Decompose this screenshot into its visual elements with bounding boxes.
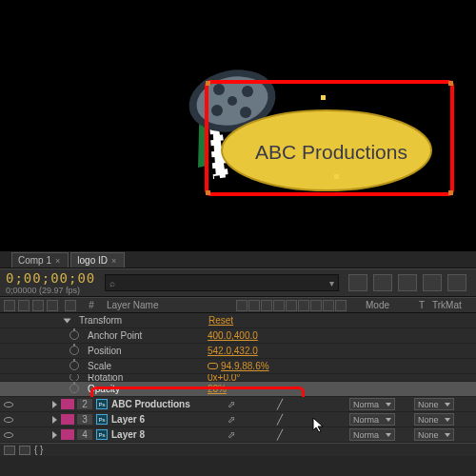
label-color-icon xyxy=(65,300,76,311)
selection-highlight xyxy=(205,80,454,196)
stopwatch-icon[interactable] xyxy=(69,346,79,355)
t-header[interactable]: T xyxy=(415,300,428,310)
timeline-toolbar: 0;00;00;00 0;00000 (29.97 fps) ⌕ ▾ xyxy=(0,268,476,297)
close-icon[interactable]: × xyxy=(55,256,60,266)
trkmat-dropdown[interactable]: None xyxy=(414,428,454,441)
toggle-switches-button[interactable] xyxy=(4,446,15,455)
timeline-tabs: Comp 1× logo ID× xyxy=(0,251,476,268)
prop-rotation[interactable]: Rotation 0x+0.0° xyxy=(0,374,476,382)
timeline-footer: { } xyxy=(0,443,476,456)
motion-blur-button[interactable] xyxy=(423,274,442,291)
photoshop-icon: Ps xyxy=(96,429,108,440)
eye-icon xyxy=(4,300,15,311)
blend-mode-dropdown[interactable]: Norma xyxy=(349,413,395,426)
composition-preview[interactable]: ABC Productions xyxy=(0,0,476,251)
mode-header[interactable]: Mode xyxy=(362,300,415,310)
prop-scale[interactable]: Scale 94.9,88.6% xyxy=(0,359,476,374)
chevron-down-icon: ▾ xyxy=(329,278,334,288)
current-timecode[interactable]: 0;00;00;00 0;00000 (29.97 fps) xyxy=(6,270,95,295)
speaker-icon xyxy=(18,300,30,311)
switches-header xyxy=(236,300,362,311)
chevron-right-icon[interactable] xyxy=(52,416,57,424)
chevron-right-icon[interactable] xyxy=(52,401,57,408)
blend-mode-dropdown[interactable]: Norma xyxy=(349,398,395,410)
comp-settings-button[interactable] xyxy=(348,274,367,291)
photoshop-icon: Ps xyxy=(96,414,108,425)
stopwatch-icon[interactable] xyxy=(69,330,79,340)
lock-icon xyxy=(47,300,58,311)
trkmat-dropdown[interactable]: None xyxy=(414,398,454,410)
layer-name-header[interactable]: Layer Name xyxy=(103,300,236,310)
label-color[interactable] xyxy=(61,414,74,425)
label-color[interactable] xyxy=(61,429,74,440)
eye-icon[interactable] xyxy=(4,417,13,423)
frame-blend-button[interactable] xyxy=(398,274,417,291)
transform-group[interactable]: Transform Reset xyxy=(0,313,476,328)
layer-6[interactable]: 3 Ps Layer 6 ⬀╱ Norma None xyxy=(0,412,476,427)
layer-8[interactable]: 4 Ps Layer 8 ⬀╱ Norma None xyxy=(0,427,476,443)
search-icon: ⌕ xyxy=(109,278,115,288)
close-icon[interactable]: × xyxy=(111,256,116,266)
anchor-point-value[interactable]: 400.0,400.0 xyxy=(208,330,258,341)
solo-icon xyxy=(32,300,44,311)
canvas[interactable]: ABC Productions xyxy=(57,15,419,236)
rotation-value[interactable]: 0x+0.0° xyxy=(208,374,240,382)
layer-index: 2 xyxy=(77,399,92,409)
trkmat-header[interactable]: TrkMat xyxy=(428,300,476,310)
chevron-right-icon[interactable] xyxy=(52,431,57,439)
layer-index: 4 xyxy=(77,429,92,440)
layer-search-input[interactable]: ⌕ ▾ xyxy=(105,274,339,291)
layer-index: 3 xyxy=(77,414,92,425)
position-value[interactable]: 542.0,432.0 xyxy=(208,346,258,356)
blend-mode-dropdown[interactable]: Norma xyxy=(349,428,395,441)
layer-abc-productions[interactable]: 2 Ps ABC Productions ⬀╱ Norma None xyxy=(0,397,476,412)
label-color[interactable] xyxy=(61,399,74,409)
stopwatch-icon[interactable] xyxy=(69,384,79,393)
eye-icon[interactable] xyxy=(4,432,13,438)
chevron-down-icon xyxy=(64,318,71,323)
stopwatch-icon[interactable] xyxy=(69,361,79,370)
stopwatch-icon[interactable] xyxy=(69,374,79,382)
toggle-modes-button[interactable] xyxy=(19,446,30,455)
scale-value[interactable]: 94.9,88.6% xyxy=(221,361,269,371)
bracket-icon[interactable]: { } xyxy=(34,445,43,455)
reset-link[interactable]: Reset xyxy=(208,315,233,326)
index-header[interactable]: # xyxy=(80,300,103,310)
eye-icon[interactable] xyxy=(4,402,13,407)
trkmat-dropdown[interactable]: None xyxy=(414,413,454,426)
prop-position[interactable]: Position 542.0,432.0 xyxy=(0,344,476,359)
tab-comp1[interactable]: Comp 1× xyxy=(11,252,69,268)
prop-anchor-point[interactable]: Anchor Point 400.0,400.0 xyxy=(0,328,476,344)
column-headers: # Layer Name Mode T TrkMat xyxy=(0,297,476,313)
graph-editor-button[interactable] xyxy=(447,274,466,291)
shy-toggle-button[interactable] xyxy=(373,274,392,291)
photoshop-icon: Ps xyxy=(96,399,108,409)
tab-logo-id[interactable]: logo ID× xyxy=(70,252,125,268)
link-icon[interactable] xyxy=(208,363,218,369)
